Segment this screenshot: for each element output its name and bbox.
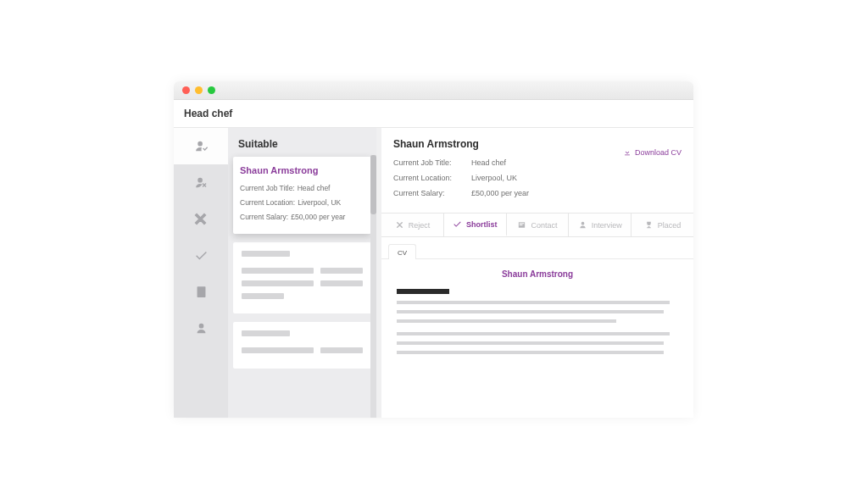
reject-button[interactable]: Reject	[381, 214, 444, 236]
download-cv-link[interactable]: Download CV	[623, 148, 682, 157]
cv-line-placeholder	[397, 341, 664, 345]
action-bar: Reject Shortlist Contact Interview Place…	[381, 213, 693, 237]
detail-salary-value: £50,000 per year	[471, 189, 529, 197]
placed-button[interactable]: Placed	[632, 214, 693, 236]
check-icon	[194, 248, 209, 263]
trophy-icon	[644, 220, 654, 230]
sidebar-item-rejected[interactable]	[174, 201, 228, 237]
x-icon	[194, 212, 209, 226]
placeholder-card	[233, 242, 371, 313]
cv-line-placeholder	[397, 332, 670, 336]
placeholder-line	[242, 293, 284, 299]
sidebar-item-candidate[interactable]	[174, 310, 228, 347]
sidebar-item-suitable[interactable]	[174, 128, 228, 164]
cv-line-placeholder	[397, 310, 664, 313]
cv-heading-placeholder	[397, 289, 449, 294]
download-icon	[623, 148, 632, 157]
detail-job-value: Head chef	[471, 158, 506, 167]
placeholder-line	[242, 330, 290, 336]
notebook-icon	[194, 285, 209, 299]
shortlist-button[interactable]: Shortlist	[444, 214, 507, 236]
detail-location-value: Liverpool, UK	[471, 174, 517, 182]
scrollbar[interactable]	[370, 155, 376, 418]
page-title: Head chef	[174, 100, 693, 128]
shortlist-label: Shortlist	[466, 220, 498, 229]
sidebar-item-reject[interactable]	[174, 164, 228, 201]
cv-line-placeholder	[397, 301, 670, 304]
sidebar-item-notes[interactable]	[174, 274, 228, 310]
download-cv-label: Download CV	[635, 148, 682, 157]
cv-body: Shaun Armstrong	[381, 258, 693, 370]
sidebar	[174, 128, 228, 418]
app-window: Head chef Suitable	[174, 81, 693, 418]
detail-panel: Shaun Armstrong Current Job Title: Head …	[381, 128, 693, 418]
window-maximize-icon[interactable]	[208, 86, 215, 94]
interview-button[interactable]: Interview	[569, 214, 632, 236]
user-x-icon	[194, 175, 209, 190]
list-header: Suitable	[228, 128, 376, 157]
candidate-salary-label: Current Salary:	[240, 213, 288, 221]
placeholder-line	[242, 251, 290, 257]
scrollbar-thumb[interactable]	[370, 155, 376, 214]
user-check-icon	[194, 139, 209, 153]
candidate-list: Suitable Shaun Armstrong Current Job Tit…	[228, 128, 376, 418]
candidate-job-label: Current Job Title:	[240, 184, 295, 192]
user-icon	[578, 220, 587, 230]
app-body: Suitable Shaun Armstrong Current Job Tit…	[174, 128, 693, 418]
candidate-salary-value: £50,000 per year	[291, 213, 345, 221]
candidate-card[interactable]: Shaun Armstrong Current Job Title: Head …	[233, 157, 371, 234]
contact-label: Contact	[531, 221, 557, 230]
interview-label: Interview	[592, 221, 622, 230]
detail-location-label: Current Location:	[393, 174, 471, 182]
window-chrome	[174, 81, 693, 100]
placed-label: Placed	[658, 221, 682, 230]
cv-line-placeholder	[397, 319, 616, 323]
candidate-job-value: Head chef	[298, 184, 331, 192]
window-minimize-icon[interactable]	[195, 86, 203, 94]
detail-salary-label: Current Salary:	[393, 189, 471, 197]
check-icon	[453, 219, 462, 229]
detail-name: Shaun Armstrong	[393, 138, 529, 150]
detail-job-label: Current Job Title:	[393, 158, 471, 167]
card-icon	[517, 220, 526, 230]
placeholder-card	[233, 322, 371, 369]
contact-button[interactable]: Contact	[507, 214, 570, 236]
reject-label: Reject	[409, 221, 431, 230]
candidate-location-label: Current Location:	[240, 198, 295, 207]
window-close-icon[interactable]	[182, 86, 190, 94]
x-icon	[395, 220, 404, 230]
cv-tab[interactable]: CV	[388, 244, 416, 259]
candidate-name: Shaun Armstrong	[240, 165, 364, 175]
sidebar-item-shortlisted[interactable]	[174, 237, 228, 274]
user-icon	[194, 321, 209, 336]
candidate-location-value: Liverpool, UK	[298, 198, 341, 207]
cv-title: Shaun Armstrong	[397, 269, 678, 279]
cv-line-placeholder	[397, 351, 664, 354]
